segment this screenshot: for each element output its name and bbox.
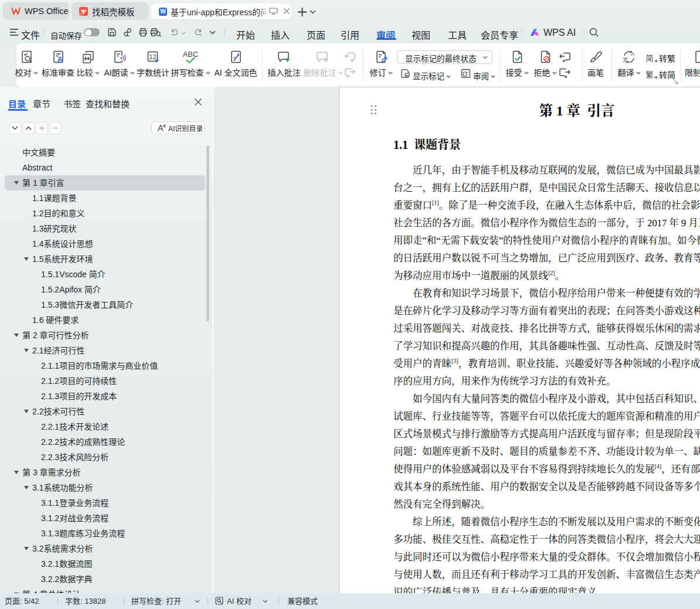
svg-text:文: 文 — [623, 56, 628, 63]
svg-text:A: A — [631, 50, 635, 57]
svg-text:ABC: ABC — [183, 50, 199, 59]
svg-text:12: 12 — [149, 53, 157, 60]
svg-text:简: 简 — [645, 53, 653, 63]
svg-text:繁: 繁 — [645, 70, 653, 80]
